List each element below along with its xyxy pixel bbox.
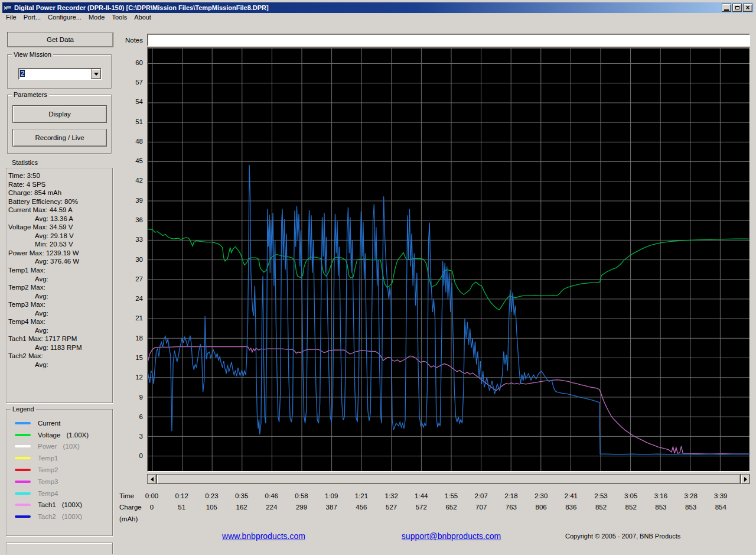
legend-group: Legend CurrentVoltage(1.00X)Power(10X)Te… <box>6 409 113 536</box>
y-tick-label: 57 <box>113 79 143 86</box>
x-tick-time: 2:53 <box>586 492 617 499</box>
legend-item-label: Current <box>38 420 60 427</box>
legend-item-scale: (100X) <box>62 513 83 520</box>
minimize-button[interactable] <box>722 4 731 12</box>
stat-line: Avg: <box>8 326 112 335</box>
menu-item-tools[interactable]: Tools <box>108 14 131 21</box>
window-title: Digital Power Recorder (DPR-II-150) [C:\… <box>14 4 269 11</box>
x-tick-charge: 299 <box>286 504 317 511</box>
title-bar[interactable]: Digital Power Recorder (DPR-II-150) [C:\… <box>2 2 754 13</box>
view-mission-combobox[interactable]: 2 <box>18 68 102 80</box>
display-button[interactable]: Display <box>12 105 107 123</box>
menu-item-file[interactable]: File <box>2 14 20 21</box>
y-tick-label: 0 <box>113 452 143 460</box>
legend-item-label: Tach2 <box>38 513 56 520</box>
legend-item-temp4[interactable]: Temp4 <box>6 488 112 499</box>
legend-label: Legend <box>11 405 36 413</box>
x-tick-charge: 853 <box>646 504 676 511</box>
x-tick-time: 3:16 <box>646 492 676 499</box>
scrollbar-thumb[interactable] <box>157 474 741 484</box>
chevron-down-icon <box>94 73 99 76</box>
x-tick-charge: 652 <box>436 504 467 511</box>
y-tick-label: 51 <box>113 118 143 126</box>
legend-item-temp3[interactable]: Temp3 <box>6 476 112 488</box>
x-tick-time: 1:32 <box>376 492 407 499</box>
arrow-left-icon <box>151 477 154 482</box>
y-tick-label: 21 <box>113 314 143 322</box>
y-tick-label: 36 <box>113 216 143 224</box>
x-tick-charge: 456 <box>346 504 377 511</box>
stat-line: Temp3 Max: <box>8 300 112 309</box>
legend-item-temp1[interactable]: Temp1 <box>6 452 112 464</box>
view-mission-value[interactable]: 2 <box>19 69 91 79</box>
legend-item-scale: (10X) <box>63 443 80 450</box>
y-tick-label: 60 <box>113 59 143 67</box>
legend-item-voltage[interactable]: Voltage(1.00X) <box>6 429 112 441</box>
stat-line: Min: 20.53 V <box>8 240 112 249</box>
menu-item-mode[interactable]: Mode <box>85 14 109 21</box>
menu-item-about[interactable]: About <box>131 14 155 21</box>
legend-swatch-current <box>15 422 31 424</box>
legend-item-label: Power <box>38 443 57 450</box>
x-tick-time: 3:05 <box>615 492 646 499</box>
x-tick-time: 1:44 <box>406 492 436 499</box>
menu-item-port[interactable]: Port... <box>20 14 44 21</box>
x-tick-time: 3:28 <box>676 492 706 499</box>
legend-item-scale: (100X) <box>62 501 83 508</box>
website-link[interactable]: www.bnbproducts.com <box>209 531 318 541</box>
x-tick-time: 3:39 <box>705 492 736 499</box>
legend-item-tach2[interactable]: Tach2(100X) <box>6 511 112 522</box>
x-tick-charge: 763 <box>496 504 526 511</box>
stat-line: Time: 3:50 <box>8 171 112 180</box>
menu-item-configure[interactable]: Configure... <box>44 14 85 21</box>
x-tick-charge: 854 <box>705 504 736 511</box>
legend-item-current[interactable]: Current <box>6 417 112 429</box>
chart-plot-area[interactable] <box>147 47 750 472</box>
window-controls: × <box>722 4 752 12</box>
support-email-link[interactable]: support@bnbproducts.com <box>387 531 516 541</box>
x-tick-charge: 0 <box>136 504 167 511</box>
parameters-label: Parameters <box>12 91 49 98</box>
stat-line: Avg: <box>8 361 112 369</box>
y-tick-label: 12 <box>113 374 143 381</box>
y-tick-label: 27 <box>113 275 143 283</box>
restore-icon <box>735 6 739 9</box>
x-tick-time: 0:46 <box>256 492 287 499</box>
scroll-right-button[interactable] <box>741 474 750 484</box>
chart-canvas <box>148 48 750 471</box>
arrow-right-icon <box>744 477 747 482</box>
legend-item-label: Voltage <box>38 431 60 439</box>
x-tick-charge: 224 <box>256 504 287 511</box>
x-tick-charge: 162 <box>226 504 257 511</box>
legend-item-scale: (1.00X) <box>66 431 89 439</box>
restore-button[interactable] <box>732 4 742 12</box>
legend-swatch-temp4 <box>15 492 31 495</box>
copyright-text: Copyright © 2005 - 2007, BNB Products <box>565 533 680 540</box>
view-mission-dropdown-button[interactable] <box>91 69 101 79</box>
view-mission-group: View Mission 2 <box>7 54 112 89</box>
x-tick-time: 2:30 <box>526 492 556 499</box>
chart-horizontal-scrollbar[interactable] <box>147 474 750 484</box>
legend-swatch-power <box>15 445 31 447</box>
legend-item-power[interactable]: Power(10X) <box>6 441 112 453</box>
y-tick-label: 9 <box>113 394 143 401</box>
menu-bar: FilePort...Configure...ModeToolsAbout <box>2 13 754 21</box>
y-tick-label: 24 <box>113 295 143 303</box>
y-tick-label: 30 <box>113 256 143 264</box>
x-tick-time: 0:00 <box>136 492 167 499</box>
stat-line: Tach2 Max: <box>8 352 112 361</box>
x-tick-charge: 51 <box>167 504 197 511</box>
x-tick-time: 1:55 <box>436 492 467 499</box>
legend-item-temp2[interactable]: Temp2 <box>6 464 112 476</box>
y-tick-label: 39 <box>113 197 143 205</box>
notes-label: Notes <box>113 37 143 44</box>
notes-input[interactable] <box>147 34 750 46</box>
legend-item-tach1[interactable]: Tach1(100X) <box>6 499 112 511</box>
close-button[interactable]: × <box>743 4 752 12</box>
parameters-group: Parameters Display Recording / Live <box>7 95 112 154</box>
legend-swatch-tach1 <box>15 504 31 506</box>
scroll-left-button[interactable] <box>147 474 157 484</box>
get-data-button[interactable]: Get Data <box>7 32 113 47</box>
recording-live-button[interactable]: Recording / Live <box>12 129 107 147</box>
bottom-panel <box>6 543 113 555</box>
